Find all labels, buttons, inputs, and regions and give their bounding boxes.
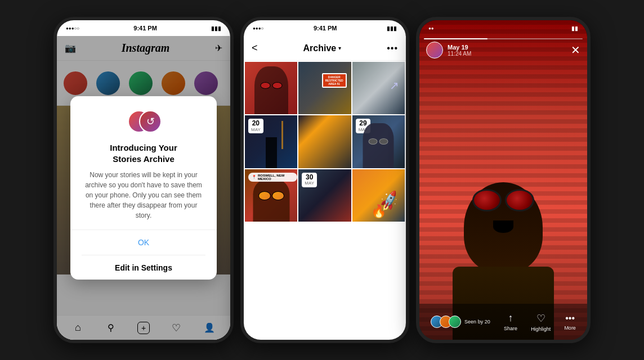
- stories-archive-dialog: ↺ Introducing Your Stories Archive Now y…: [70, 96, 217, 280]
- seen-count-label: Seen by 20: [464, 319, 490, 325]
- grid-cell-7[interactable]: 📍 ROSWELL, NEW MEXICO: [245, 169, 297, 222]
- phone1-status-bar: ●●●○○ 9:41 PM ▮▮▮: [57, 20, 230, 36]
- more-icon: •••: [565, 313, 575, 323]
- more-label: More: [564, 325, 576, 331]
- badge-month-may3: May: [305, 181, 314, 186]
- share-action[interactable]: ↑ Share: [504, 312, 517, 331]
- story-user-info: May 19 11:24 AM: [426, 42, 471, 58]
- archive-title: Archive: [303, 43, 337, 53]
- story-date: May 19: [448, 44, 471, 51]
- phone1-status-time: 9:41 PM: [133, 25, 157, 32]
- back-button[interactable]: <: [252, 42, 258, 54]
- highlight-action[interactable]: ♡ Highlight: [531, 312, 551, 332]
- dialog-icons: ↺: [82, 107, 205, 136]
- story-progress-bar: [424, 38, 583, 39]
- arrow-sticker: ↗: [390, 79, 399, 92]
- seen-by-section[interactable]: Seen by 20: [431, 316, 490, 328]
- more-options-icon[interactable]: •••: [387, 43, 398, 53]
- chevron-down-icon: ▾: [338, 45, 341, 51]
- phones-container: ●●●○○ 9:41 PM ▮▮▮ 📷 Instagram ✈: [48, 0, 596, 360]
- dialog-archive-icon: ↺: [139, 110, 162, 133]
- share-label: Share: [504, 326, 517, 331]
- phone1-body: 📷 Instagram ✈: [57, 36, 230, 340]
- phone-2: ●●●○ 9:41 PM ▮▮▮ < Archive ▾ •••: [240, 17, 409, 343]
- restricted-area-sign: DANGERRESTRICTEDAREA 51: [322, 73, 347, 88]
- phone2-status-battery: ▮▮▮: [387, 25, 397, 32]
- grid-cell-3[interactable]: ↗: [352, 62, 405, 114]
- grid-cell-8[interactable]: 30 May: [298, 169, 351, 222]
- phone2-body: < Archive ▾ •••: [244, 36, 406, 340]
- phone2-status-bar: ●●●○ 9:41 PM ▮▮▮: [244, 20, 406, 36]
- more-action[interactable]: ••• More: [564, 313, 576, 331]
- viewer-avatars: Seen by 20: [431, 316, 490, 328]
- dialog-settings-button[interactable]: Edit in Settings: [82, 255, 205, 280]
- phone1-status-battery: ▮▮▮: [211, 25, 221, 32]
- location-tag: 📍 ROSWELL, NEW MEXICO: [248, 173, 297, 182]
- share-icon: ↑: [508, 312, 513, 324]
- grid-cell-2[interactable]: DANGERRESTRICTEDAREA 51: [298, 62, 351, 114]
- highlight-label: Highlight: [531, 326, 551, 332]
- dialog-title: Introducing Your Stories Archive: [82, 142, 205, 164]
- story-glasses: [472, 189, 534, 212]
- story-time: 11:24 AM: [448, 51, 471, 57]
- story-person-area: [419, 20, 587, 340]
- dialog-overlay: ↺ Introducing Your Stories Archive Now y…: [57, 36, 230, 340]
- highlight-icon: ♡: [536, 312, 545, 325]
- viewer-avatar-3: [449, 316, 461, 328]
- badge-month: May: [251, 128, 261, 133]
- phone2-status-time: 9:41 PM: [314, 25, 337, 32]
- date-badge-30-may: 30 May: [302, 173, 317, 187]
- date-badge-20-may: 20 May: [248, 119, 263, 133]
- dialog-body: Now your stories will be kept in your ar…: [82, 170, 205, 220]
- story-close-button[interactable]: ✕: [571, 43, 580, 57]
- grid-cell-4[interactable]: 20 May: [245, 115, 297, 168]
- story-progress-fill: [424, 38, 488, 39]
- story-top-bar: May 19 11:24 AM ✕: [419, 42, 587, 58]
- phone-3: ●● ▮▮ May 19 11:24 AM ✕: [416, 17, 591, 343]
- grid-cell-1[interactable]: [245, 62, 297, 114]
- grid-cell-6[interactable]: 29 May: [352, 115, 405, 168]
- archive-title-row[interactable]: Archive ▾: [303, 43, 342, 53]
- rocket-sticker: 🚀: [377, 190, 401, 213]
- archive-header: < Archive ▾ •••: [244, 36, 406, 61]
- badge-day: 20: [251, 120, 261, 127]
- story-open-mouth: [493, 220, 513, 233]
- location-pin-icon: 📍: [252, 175, 257, 179]
- badge-day-30: 30: [305, 174, 314, 181]
- phone1-status-left: ●●●○○: [66, 26, 79, 31]
- story-bottom-bar: Seen by 20 ↑ Share ♡ Highlight ••• More: [419, 304, 587, 340]
- archive-photo-grid: DANGERRESTRICTEDAREA 51 ↗ 20 May: [244, 61, 406, 223]
- story-user-avatar[interactable]: [426, 42, 443, 58]
- phone3-status-battery: ▮▮: [571, 25, 578, 32]
- grid-cell-5[interactable]: [298, 115, 351, 168]
- phone3-body: ●● ▮▮ May 19 11:24 AM ✕: [419, 20, 587, 340]
- dialog-ok-button[interactable]: OK: [82, 230, 205, 255]
- story-meta: May 19 11:24 AM: [448, 44, 471, 57]
- location-text: ROSWELL, NEW MEXICO: [258, 174, 294, 181]
- phone-1: ●●●○○ 9:41 PM ▮▮▮ 📷 Instagram ✈: [53, 17, 234, 343]
- phone2-status-left: ●●●○: [253, 26, 263, 31]
- phone3-status-bar: ●● ▮▮: [419, 20, 587, 36]
- phone3-status-left: ●●: [428, 26, 434, 31]
- grid-cell-9[interactable]: 🚀 🔥: [352, 169, 405, 222]
